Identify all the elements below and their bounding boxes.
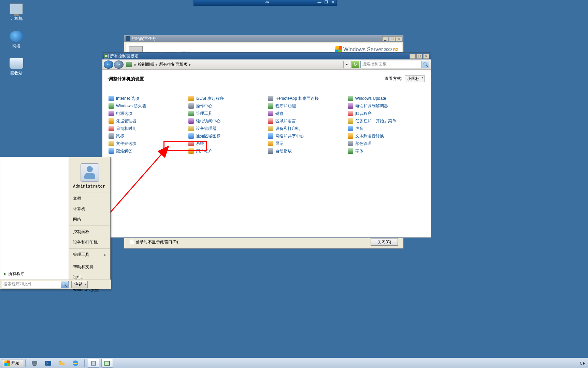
breadcrumb-item[interactable]: 控制面板 <box>138 62 154 67</box>
desktop-icon-recycle-bin[interactable]: 回收站 <box>3 58 30 76</box>
titlebar-initial-config[interactable]: 初始配置任务 _ □ × <box>124 35 403 42</box>
cp-item-default-programs[interactable]: 默认程序 <box>348 110 425 117</box>
cp-item-color-management[interactable]: 颜色管理 <box>348 140 425 147</box>
nav-back-button[interactable]: ← <box>104 60 113 69</box>
cp-item-sound[interactable]: 声音 <box>348 125 425 132</box>
taskbar-control-panel[interactable] <box>101 359 113 368</box>
cp-item-windows-update[interactable]: Windows Update <box>348 95 425 102</box>
cp-item-folder-options[interactable]: 文件夹选项 <box>109 140 186 147</box>
cp-item-power-options[interactable]: 电源选项 <box>109 110 186 117</box>
svg-rect-10 <box>92 362 95 365</box>
cp-item-label: 通知区域图标 <box>196 133 220 139</box>
view-mode-dropdown[interactable]: 小图标 <box>405 75 425 82</box>
cp-item-remoteapp[interactable]: RemoteApp 和桌面连接 <box>268 95 345 102</box>
start-item-label: 计算机 <box>73 206 85 212</box>
default-programs-icon <box>348 111 353 116</box>
search-icon[interactable]: 🔍 <box>61 281 68 288</box>
start-item-label: 网络 <box>73 217 81 222</box>
cp-item-windows-firewall[interactable]: Windows 防火墙 <box>109 102 186 110</box>
cp-item-date-time[interactable]: 日期和时间 <box>109 125 186 132</box>
cp-item-region-language[interactable]: 区域和语言 <box>268 117 345 125</box>
cp-item-keyboard[interactable]: 键盘 <box>268 110 345 117</box>
cp-item-admin-tools[interactable]: 管理工具 <box>188 110 266 117</box>
desktop-icon-network[interactable]: 网络 <box>3 31 30 49</box>
minimize-button[interactable]: _ <box>382 36 388 41</box>
internet-options-icon <box>109 96 114 101</box>
toolbar-close-button[interactable]: ✕ <box>330 0 336 5</box>
search-button[interactable]: 🔍 <box>422 61 429 68</box>
pin-icon[interactable]: ⇹ <box>265 1 270 4</box>
windows-update-icon <box>348 96 353 101</box>
cp-item-system[interactable]: 系统 <box>188 140 266 147</box>
toolbar-minimize-button[interactable]: — <box>316 0 323 5</box>
windows-firewall-icon <box>109 103 114 109</box>
fonts-icon <box>348 148 353 154</box>
app-icon <box>126 36 130 41</box>
start-item-0[interactable]: 文档 <box>69 193 110 204</box>
cp-item-taskbar-startmenu[interactable]: 任务栏和「开始」菜单 <box>348 117 425 125</box>
maximize-button[interactable]: □ <box>389 36 395 41</box>
taskbar-server-manager[interactable] <box>29 359 40 368</box>
dont-show-checkbox-input[interactable] <box>130 240 134 244</box>
minimize-button[interactable]: _ <box>410 54 416 59</box>
cp-item-mouse[interactable]: 鼠标 <box>109 132 186 140</box>
cp-item-label: 程序和功能 <box>275 103 296 109</box>
start-item-6[interactable]: 帮助和支持 <box>69 262 110 272</box>
cp-item-action-center[interactable]: 操作中心 <box>188 102 266 110</box>
cp-item-devices-printers[interactable]: 设备和打印机 <box>268 125 345 132</box>
cp-item-iscsi[interactable]: iSCSI 发起程序 <box>188 95 266 102</box>
device-manager-icon <box>188 126 194 131</box>
taskbar-ie[interactable] <box>70 359 81 368</box>
cp-item-display[interactable]: 显示 <box>268 140 345 147</box>
start-item-1[interactable]: 计算机 <box>69 204 110 214</box>
user-avatar[interactable] <box>81 163 99 182</box>
address-dropdown[interactable]: ▾ <box>343 61 350 68</box>
start-item-4[interactable]: 设备和打印机 <box>69 237 110 248</box>
start-button[interactable]: 开始 <box>2 359 23 367</box>
taskbar-explorer[interactable] <box>56 359 68 368</box>
close-button[interactable]: × <box>423 54 429 59</box>
cp-item-phone-modem[interactable]: 电话和调制解调器 <box>348 102 425 110</box>
cp-item-text-to-speech[interactable]: 文本到语音转换 <box>348 132 425 140</box>
cp-item-label: 操作中心 <box>196 103 212 109</box>
cp-item-device-manager[interactable]: 设备管理器 <box>188 125 266 132</box>
start-item-2[interactable]: 网络 <box>69 214 110 225</box>
nav-forward-button[interactable]: → <box>114 60 124 69</box>
breadcrumb[interactable]: ▸ 控制面板 ▸ 所有控制面板项 ▸ <box>126 62 192 67</box>
toolbar-restore-button[interactable]: ❐ <box>323 0 330 5</box>
cp-item-notification-icons[interactable]: 通知区域图标 <box>188 132 266 140</box>
cp-item-programs-features[interactable]: 程序和功能 <box>268 102 345 110</box>
dont-show-checkbox[interactable]: 登录时不显示此窗口(D) <box>130 239 178 245</box>
cp-item-network-sharing[interactable]: 网络和共享中心 <box>268 132 345 140</box>
cp-item-autoplay[interactable]: 自动播放 <box>268 147 345 155</box>
taskbar-initial-config[interactable] <box>88 359 99 368</box>
titlebar-control-panel[interactable]: 所有控制面板项 _ □ × <box>102 53 431 59</box>
cp-item-fonts[interactable]: 字体 <box>348 147 425 155</box>
cp-item-internet-options[interactable]: Internet 选项 <box>109 95 186 102</box>
breadcrumb-item[interactable]: 所有控制面板项 <box>159 62 188 67</box>
start-item-5[interactable]: 管理工具▸ <box>69 249 110 260</box>
all-programs[interactable]: 所有程序 <box>0 268 69 280</box>
search-input[interactable]: 搜索控制面板 <box>360 61 422 68</box>
svg-rect-12 <box>105 362 109 365</box>
close-window-button[interactable]: 关闭(C) <box>371 238 398 246</box>
ime-indicator[interactable]: CH <box>580 361 586 365</box>
svg-rect-1 <box>105 55 107 57</box>
cp-item-credential-manager[interactable]: 凭据管理器 <box>109 117 186 125</box>
cp-item-label: RemoteApp 和桌面连接 <box>275 96 319 101</box>
close-button[interactable]: × <box>396 36 402 41</box>
cp-item-ease-of-access[interactable]: 轻松访问中心 <box>188 117 266 125</box>
triangle-icon <box>4 272 6 276</box>
programs-features-icon <box>268 103 273 109</box>
start-search-input[interactable]: 搜索程序和文件 🔍 <box>2 281 69 288</box>
start-item-3[interactable]: 控制面板 <box>69 227 110 237</box>
cp-item-user-accounts[interactable]: 用户帐户 <box>188 147 266 155</box>
desktop-icon-computer[interactable]: 计算机 <box>3 3 30 22</box>
date-time-icon <box>109 126 114 131</box>
cp-item-troubleshooting[interactable]: 疑难解答 <box>109 147 186 155</box>
logoff-button[interactable]: 注销 <box>71 281 88 288</box>
taskbar-powershell[interactable]: >_ <box>42 359 54 368</box>
cp-item-label: 自动播放 <box>275 148 292 154</box>
maximize-button[interactable]: □ <box>416 54 422 59</box>
refresh-button[interactable]: ↻ <box>352 61 359 68</box>
